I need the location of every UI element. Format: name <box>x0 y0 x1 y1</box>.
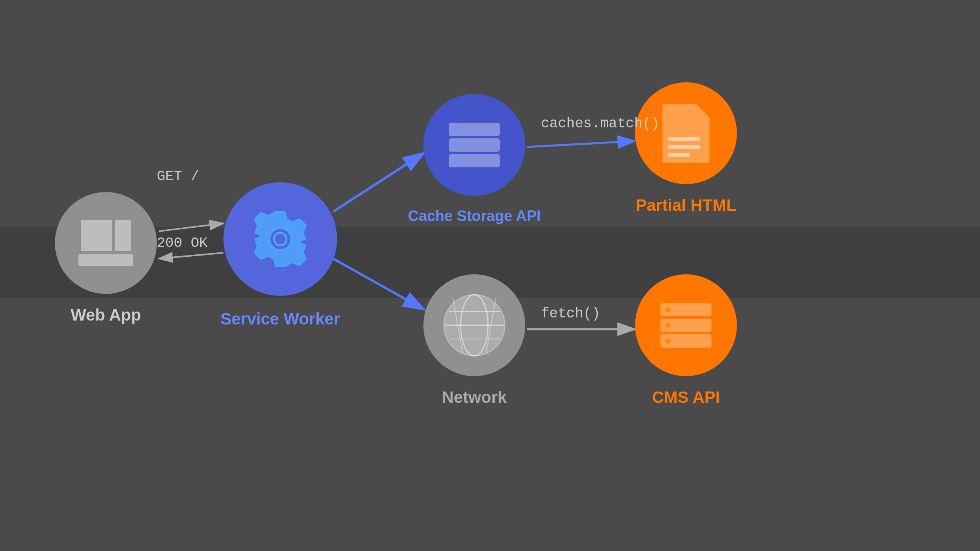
caches-match-label: caches.match() <box>541 116 659 132</box>
svg-line-5 <box>333 153 424 212</box>
cache-storage-label: Cache Storage API <box>376 208 572 225</box>
network-circle <box>423 274 525 376</box>
cache-storage-circle <box>423 94 525 196</box>
document-icon <box>662 104 710 163</box>
partial-html-label: Partial HTML <box>608 196 764 215</box>
cache-storage-icon <box>449 123 500 167</box>
cms-api-circle <box>635 274 737 376</box>
service-worker-circle <box>223 182 337 296</box>
svg-line-7 <box>527 141 635 147</box>
cms-api-icon <box>661 303 711 348</box>
cms-api-label: CMS API <box>619 388 753 407</box>
partial-html-circle <box>635 82 737 184</box>
network-globe-icon <box>441 292 508 359</box>
network-label: Network <box>400 388 549 407</box>
gear-icon <box>249 208 312 270</box>
ok-response-label: 200 OK <box>157 235 208 251</box>
service-worker-label: Service Worker <box>192 310 368 328</box>
web-app-icon <box>78 220 133 266</box>
fetch-label: fetch() <box>541 306 600 322</box>
get-request-label: GET / <box>157 169 199 185</box>
web-app-label: Web App <box>39 306 172 324</box>
web-app-circle <box>55 192 157 294</box>
